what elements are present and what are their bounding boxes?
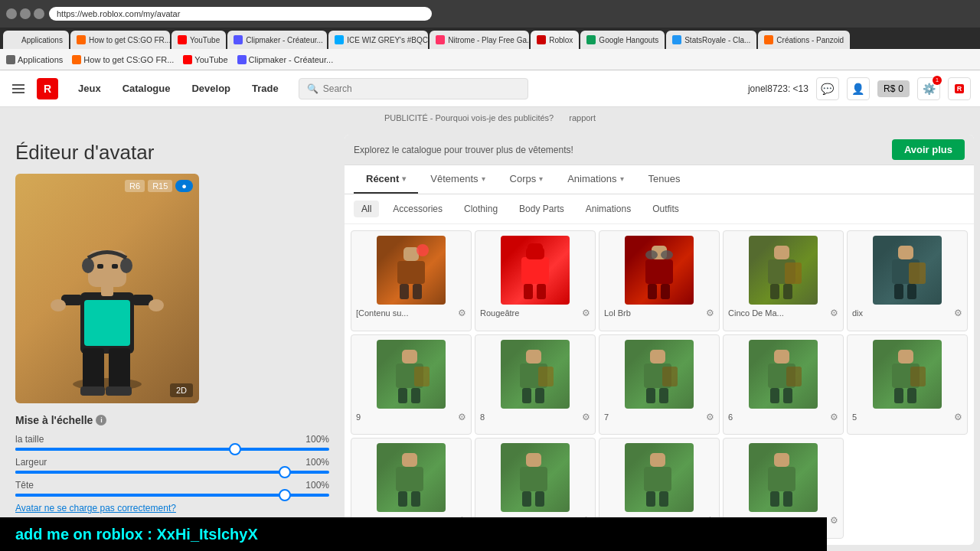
svg-rect-62	[770, 388, 779, 403]
hamburger-line-1	[12, 84, 24, 86]
outfit-img-12	[625, 443, 694, 512]
outfit-gear-8[interactable]: ⚙	[830, 412, 838, 422]
tab-roblox[interactable]: Roblox	[531, 31, 579, 49]
info-icon[interactable]: i	[96, 415, 106, 425]
outfit-gear-1[interactable]: ⚙	[582, 308, 590, 318]
svg-rect-40	[898, 246, 913, 259]
outfit-gear-7[interactable]: ⚙	[706, 412, 714, 422]
outfit-gear-9[interactable]: ⚙	[954, 412, 962, 422]
svg-rect-43	[907, 284, 916, 299]
nav-jeux[interactable]: Jeux	[67, 70, 112, 107]
bookmark-youtube[interactable]: YouTube	[183, 55, 227, 64]
tab-clipmaker[interactable]: Clipmaker - Créateur...	[227, 31, 327, 49]
tab-label-nitrome: Nitrome - Play Free Ga...	[448, 36, 529, 44]
nav-develop[interactable]: Develop	[181, 70, 241, 107]
tab-corps-chevron: ▾	[539, 174, 543, 183]
outfit-gear-3[interactable]: ⚙	[830, 308, 838, 318]
friend-button[interactable]: 👤	[847, 77, 870, 100]
forward-button[interactable]	[20, 8, 31, 19]
nav-catalogue[interactable]: Catalogue	[112, 70, 181, 107]
subtab-clothing[interactable]: Clothing	[456, 201, 505, 217]
tab-tenues[interactable]: Tenues	[636, 165, 693, 194]
outfit-card-5[interactable]: 9 ⚙	[351, 334, 472, 435]
settings-button[interactable]: ⚙️ 1	[917, 77, 940, 100]
outfit-gear-5[interactable]: ⚙	[458, 412, 466, 422]
back-button[interactable]	[6, 8, 17, 19]
outfit-gear-13[interactable]: ⚙	[830, 515, 838, 526]
outfit-img-9	[873, 340, 942, 409]
svg-rect-13	[97, 264, 103, 269]
slider-taille-value: 100%	[305, 434, 329, 445]
tab-applications[interactable]: Applications	[3, 31, 69, 49]
slider-largeur-track[interactable]	[15, 471, 329, 474]
tab-favicon-hangouts	[586, 35, 596, 44]
tab-youtube[interactable]: YouTube	[172, 31, 226, 49]
url-bar[interactable]: https://web.roblox.com/my/avatar	[49, 7, 432, 21]
tab-icewiz[interactable]: ICE WIZ GREY's #BQC...	[328, 31, 428, 49]
robux-button[interactable]: R	[948, 77, 971, 100]
subtab-outfits[interactable]: Outfits	[645, 201, 687, 217]
outfit-card-1[interactable]: Rougeâtre ⚙	[475, 230, 596, 331]
slider-largeur-thumb[interactable]	[279, 466, 291, 478]
tab-vetements[interactable]: Vêtements ▾	[418, 165, 497, 194]
nav-trade[interactable]: Trade	[241, 70, 289, 107]
tab-hangouts[interactable]: Google Hangouts	[580, 31, 665, 49]
slider-tete-value: 100%	[305, 480, 329, 491]
bookmark-applications[interactable]: Applications	[6, 55, 63, 64]
tab-animations[interactable]: Animations ▾	[555, 165, 635, 194]
btn-2d[interactable]: 2D	[170, 383, 193, 397]
search-bar[interactable]: 🔍	[299, 78, 528, 99]
outfit-gear-2[interactable]: ⚙	[706, 308, 714, 318]
refresh-button[interactable]	[34, 8, 44, 19]
robux-display[interactable]: R$ 0	[877, 80, 910, 97]
outfit-gear-4[interactable]: ⚙	[954, 308, 962, 318]
r6-button[interactable]: R6	[125, 180, 145, 192]
chat-button[interactable]: 💬	[816, 77, 839, 100]
svg-rect-47	[398, 388, 407, 403]
roblox-logo[interactable]: R	[37, 78, 58, 99]
tab-corps[interactable]: Corps ▾	[498, 165, 556, 194]
outfit-card-9[interactable]: 5 ⚙	[847, 334, 968, 435]
subtab-all[interactable]: All	[354, 201, 379, 217]
tab-statsroyale[interactable]: StatsRoyale - Cla...	[666, 31, 756, 49]
outfit-gear-0[interactable]: ⚙	[458, 308, 466, 318]
outfit-img-0	[377, 236, 446, 305]
svg-rect-71	[396, 467, 423, 491]
tab-favicon-nitrome	[436, 35, 445, 44]
avatar-issue-link[interactable]: Avatar ne se charge pas correctement?	[15, 503, 329, 514]
bookmark-clipmaker[interactable]: Clipmaker - Créateur...	[237, 55, 334, 64]
tab-favicon-roblox	[537, 35, 546, 44]
tab-creations[interactable]: Créations - Panzoid	[758, 31, 850, 49]
slider-taille-thumb[interactable]	[229, 443, 241, 455]
subtab-accessories[interactable]: Accessories	[385, 201, 450, 217]
svg-rect-57	[646, 388, 655, 403]
outfit-card-2[interactable]: Lol Brb ⚙	[599, 230, 720, 331]
bookmark-csgo[interactable]: How to get CS:GO FR...	[72, 55, 174, 64]
settings-badge: 1	[933, 76, 942, 85]
outfit-card-4[interactable]: dix ⚙	[847, 230, 968, 331]
outfit-card-0[interactable]: [Contenu su... ⚙	[351, 230, 472, 331]
nav-right: jonel8723: <13 💬 👤 R$ 0 ⚙️ 1 R	[748, 77, 971, 100]
hamburger-menu[interactable]	[9, 81, 28, 96]
subtab-animations[interactable]: Animations	[578, 201, 639, 217]
avoir-plus-button[interactable]: Avoir plus	[892, 139, 965, 160]
search-input[interactable]	[323, 83, 520, 94]
outfit-card-3[interactable]: Cinco De Ma... ⚙	[723, 230, 844, 331]
slider-taille-track[interactable]	[15, 448, 329, 451]
slider-tete-thumb[interactable]	[279, 489, 291, 501]
outfit-card-8[interactable]: 6 ⚙	[723, 334, 844, 435]
outfit-card-6[interactable]: 8 ⚙	[475, 334, 596, 435]
tab-label-statsroyale: StatsRoyale - Cla...	[684, 36, 750, 44]
subtab-bodyparts[interactable]: Body Parts	[511, 201, 572, 217]
toggle-button[interactable]: ●	[175, 180, 193, 192]
slider-tete-track[interactable]	[15, 494, 329, 497]
r15-button[interactable]: R15	[148, 180, 172, 192]
outfit-card-7[interactable]: 7 ⚙	[599, 334, 720, 435]
svg-rect-44	[909, 262, 926, 284]
tab-favicon-applications	[9, 35, 18, 44]
tab-recent[interactable]: Récent ▾	[354, 165, 418, 194]
outfit-gear-6[interactable]: ⚙	[582, 412, 590, 422]
scale-section: Mise à l'échelle i la taille 100% Largeu…	[15, 414, 329, 497]
tab-csgo[interactable]: How to get CS:GO FR...	[70, 31, 170, 49]
tab-nitrome[interactable]: Nitrome - Play Free Ga...	[430, 31, 529, 49]
